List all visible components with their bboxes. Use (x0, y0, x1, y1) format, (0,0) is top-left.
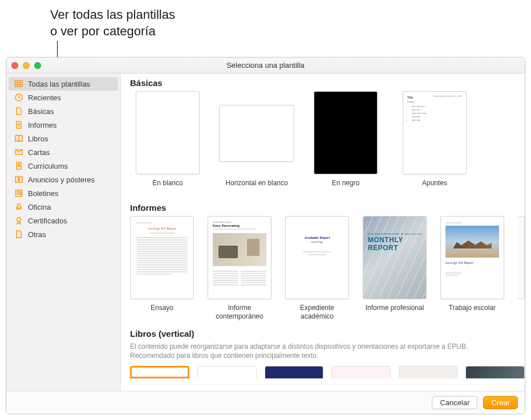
stamp-icon (14, 202, 23, 211)
svg-rect-7 (15, 177, 18, 182)
template-chooser-window: Selecciona una plantilla Todas las plant… (6, 57, 525, 414)
sidebar-item-label: Básicas (28, 107, 54, 116)
template-thumb (136, 91, 200, 174)
svg-point-11 (17, 218, 21, 222)
window-controls (11, 62, 41, 69)
sidebar-item-newsletters[interactable]: Boletines (9, 186, 118, 200)
template-label: Informe contemporáneo (208, 304, 271, 321)
template-label: Expediente académico (285, 304, 349, 321)
annotation-callout: Ver todas las plantillas o ver por categ… (50, 7, 175, 39)
thumb-heading: Easy Decorating (213, 224, 266, 227)
template-book-selected[interactable] (130, 366, 189, 378)
zoom-window-button[interactable] (34, 62, 41, 69)
dialog-footer: Cancelar Crear (6, 391, 525, 414)
template-thumb: Geology 101 Report (130, 216, 194, 299)
sidebar-item-reports[interactable]: Informes (9, 118, 118, 132)
template-thumb: Title Wednesday, December 23, 2020 Subje… (403, 91, 467, 174)
create-button[interactable]: Crear (483, 396, 518, 409)
sidebar-item-label: Informes (28, 121, 57, 129)
newsletter-icon (14, 189, 23, 198)
template-blank-landscape[interactable]: Horizontal en blanco (219, 91, 294, 195)
thumb-subheading: SUSPENDISSE FEUGIAT MI SED LECTUS (368, 233, 422, 235)
template-book[interactable] (399, 366, 458, 378)
envelope-icon (14, 148, 23, 157)
template-thumb: Academic Report Cover Page (285, 216, 349, 299)
svg-rect-3 (19, 84, 22, 87)
sidebar-item-label: Libros (28, 134, 48, 143)
sidebar-item-label: Otras (28, 230, 46, 239)
template-label: En negro (332, 179, 360, 195)
document-icon (14, 230, 23, 239)
clock-icon (14, 93, 23, 102)
sidebar-item-resumes[interactable]: Currículums (9, 159, 118, 173)
section-title: Libros (vertical) (130, 329, 525, 339)
svg-rect-1 (19, 81, 22, 83)
thumb-subheading: Cover Page (294, 240, 341, 243)
section-reports: Informes Geology 101 Report (130, 203, 525, 321)
callout-line-2: o ver por categoría (50, 23, 175, 40)
ribbon-icon (14, 216, 23, 225)
template-black[interactable]: En negro (308, 91, 383, 195)
sidebar-item-flyers[interactable]: Anuncios y pósteres (9, 173, 118, 186)
template-essay[interactable]: Geology 101 Report Ensayo (130, 216, 194, 321)
sidebar-item-certificates[interactable]: Certificados (9, 214, 118, 227)
close-window-button[interactable] (11, 62, 18, 69)
svg-rect-0 (15, 81, 18, 83)
svg-point-6 (18, 164, 20, 166)
thumb-heading: Academic Report (294, 236, 341, 239)
template-contemporary-report[interactable]: Simple Home Styling Easy Decorating (208, 216, 271, 321)
template-peek-next[interactable] (518, 216, 525, 299)
thumb-subheading: Simple Home Styling (213, 221, 266, 223)
template-thumb: Geology 101 Report (440, 216, 504, 299)
window-title: Selecciona una plantilla (226, 61, 305, 70)
template-school-report[interactable]: Geology 101 Report Trabajo escolar (440, 216, 504, 321)
section-description: El contenido puede reorganizarse para ad… (130, 342, 506, 360)
template-label: Trabajo escolar (449, 304, 496, 320)
sidebar-item-label: Anuncios y pósteres (28, 176, 95, 184)
template-thumb (314, 91, 378, 174)
sidebar-item-all-templates[interactable]: Todas las plantillas (9, 77, 118, 91)
callout-line-1: Ver todas las plantillas (50, 7, 175, 23)
template-book[interactable] (465, 366, 525, 378)
template-book[interactable] (331, 366, 391, 378)
section-basic: Básicas En blanco Horizontal en blanco (130, 78, 525, 195)
template-thumb (219, 105, 294, 162)
template-book[interactable] (265, 366, 324, 378)
sidebar-item-label: Todas las plantillas (28, 80, 90, 88)
sidebar-item-label: Oficina (28, 203, 51, 211)
sidebar-item-books[interactable]: Libros (9, 132, 118, 145)
template-notes[interactable]: Title Wednesday, December 23, 2020 Subje… (397, 91, 472, 195)
sidebar-item-label: Cartas (28, 148, 50, 157)
template-label: En blanco (152, 179, 183, 195)
template-blank[interactable]: En blanco (130, 91, 205, 195)
sidebar-item-basic[interactable]: Básicas (9, 104, 118, 118)
document-text-icon (14, 120, 23, 129)
template-book[interactable] (197, 366, 257, 378)
template-professional-report[interactable]: SUSPENDISSE FEUGIAT MI SED LECTUS MONTHL… (363, 216, 427, 321)
template-label: Informe profesional (366, 304, 424, 320)
sidebar-item-label: Certificados (28, 217, 67, 225)
category-sidebar: Todas las plantillas Recientes Básicas (6, 74, 121, 391)
section-title: Informes (130, 203, 525, 213)
book-icon (14, 134, 23, 143)
template-thumb: Simple Home Styling Easy Decorating (208, 216, 271, 299)
sidebar-item-other[interactable]: Otras (9, 227, 118, 241)
template-grid[interactable]: Básicas En blanco Horizontal en blanco (121, 74, 525, 391)
cancel-button[interactable]: Cancelar (432, 396, 477, 409)
grid-icon (14, 79, 23, 88)
sidebar-item-letters[interactable]: Cartas (9, 145, 118, 159)
svg-rect-2 (15, 84, 18, 87)
svg-rect-8 (19, 177, 22, 182)
svg-rect-10 (19, 193, 21, 194)
sidebar-item-stationery[interactable]: Oficina (9, 200, 118, 214)
template-thumb: SUSPENDISSE FEUGIAT MI SED LECTUS MONTHL… (363, 216, 427, 299)
thumb-heading: Geology 101 Report (136, 227, 188, 230)
sidebar-item-recent[interactable]: Recientes (9, 91, 118, 104)
sidebar-item-label: Boletines (28, 189, 58, 198)
minimize-window-button[interactable] (23, 62, 30, 69)
sidebar-item-label: Currículums (28, 162, 68, 170)
section-books-portrait: Libros (vertical) El contenido puede reo… (130, 329, 525, 378)
template-academic-report[interactable]: Academic Report Cover Page Expediente ac… (285, 216, 349, 321)
template-label: Horizontal en blanco (225, 179, 287, 195)
thumb-heading: Geology 101 Report (445, 261, 499, 264)
